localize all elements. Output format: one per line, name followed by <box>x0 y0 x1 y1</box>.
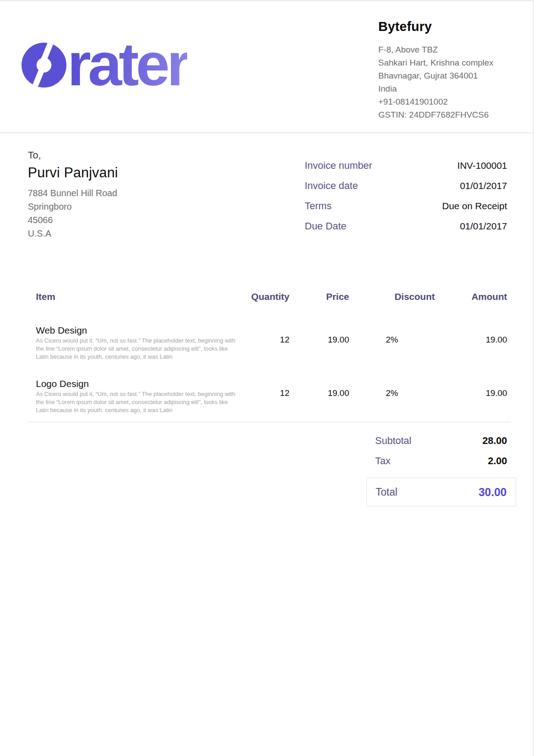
header-discount: Discount <box>349 291 435 303</box>
crater-logo-wordmark: rater <box>67 37 187 91</box>
subtotal-row: Subtotal 28.00 <box>366 434 516 448</box>
company-gstin: GSTIN: 24DDF7682FHVCS6 <box>378 108 526 121</box>
tax-value: 2.00 <box>488 455 507 467</box>
subtotal-value: 28.00 <box>482 435 507 447</box>
item-name: Logo Design <box>36 378 243 389</box>
item-cell: Logo Design As Cicero would put it, “Um,… <box>28 378 243 414</box>
header-quantity: Quantity <box>243 291 289 303</box>
item-price: 19.00 <box>289 378 349 414</box>
terms-row: Terms Due on Receipt <box>305 200 507 220</box>
invoice-date-row: Invoice date 01/01/2017 <box>305 180 507 200</box>
company-phone: +91-08141901002 <box>378 95 526 108</box>
item-description: As Cicero would put it, “Um, not so fast… <box>36 337 239 361</box>
header-price: Price <box>289 291 349 303</box>
total-box: Total 30.00 <box>366 478 516 506</box>
item-quantity: 12 <box>243 325 289 361</box>
item-price: 19.00 <box>289 325 349 361</box>
item-discount: 2% <box>349 325 435 361</box>
invoice-number-value: INV-100001 <box>457 160 507 171</box>
customer-address-line: U.S.A <box>28 227 216 240</box>
invoice-date-label: Invoice date <box>305 180 358 192</box>
item-amount: 19.00 <box>435 378 511 414</box>
due-date-value: 01/01/2017 <box>460 221 507 232</box>
header-divider <box>0 132 533 133</box>
item-quantity: 12 <box>243 378 289 414</box>
tax-row: Tax 2.00 <box>366 454 516 468</box>
total-value: 30.00 <box>478 486 507 499</box>
customer-address-line: Springboro <box>28 200 216 213</box>
table-row: Logo Design As Cicero would put it, “Um,… <box>28 378 511 414</box>
items-table-header: Item Quantity Price Discount Amount <box>28 291 511 303</box>
item-description: As Cicero would put it, “Um, not so fast… <box>36 390 239 414</box>
to-label: To, <box>28 149 216 161</box>
company-address-line: Sahkari Hart, Krishna complex <box>378 56 526 69</box>
customer-address-line: 7884 Bunnel Hill Road <box>28 186 216 200</box>
customer-address-line: 45066 <box>28 213 216 227</box>
terms-value: Due on Receipt <box>442 201 507 211</box>
crater-logo-icon <box>22 43 66 88</box>
item-name: Web Design <box>36 325 243 336</box>
customer-name: Purvi Panjvani <box>28 165 216 181</box>
company-name: Bytefury <box>378 19 526 34</box>
tax-label: Tax <box>375 455 390 467</box>
invoice-meta: Invoice number INV-100001 Invoice date 0… <box>305 160 507 241</box>
due-date-label: Due Date <box>305 220 346 232</box>
terms-label: Terms <box>305 200 332 212</box>
due-date-row: Due Date 01/01/2017 <box>305 220 507 241</box>
company-address-line: Bhavnagar, Gujrat 364001 <box>378 69 526 82</box>
company-address-line: India <box>378 82 526 95</box>
company-address-line: F-8, Above TBZ <box>378 43 526 56</box>
item-amount: 19.00 <box>435 325 511 361</box>
header-item: Item <box>28 291 243 303</box>
total-label: Total <box>376 486 398 498</box>
item-discount: 2% <box>349 378 435 414</box>
table-divider <box>28 422 511 422</box>
item-cell: Web Design As Cicero would put it, “Um, … <box>28 325 243 361</box>
table-row: Web Design As Cicero would put it, “Um, … <box>28 325 511 361</box>
bill-to-section: To, Purvi Panjvani 7884 Bunnel Hill Road… <box>28 149 216 240</box>
invoice-page: rater Bytefury F-8, Above TBZ Sahkari Ha… <box>0 0 534 756</box>
invoice-number-label: Invoice number <box>305 160 372 171</box>
subtotal-label: Subtotal <box>375 435 411 447</box>
header-amount: Amount <box>435 291 511 303</box>
company-info: Bytefury F-8, Above TBZ Sahkari Hart, Kr… <box>378 19 526 121</box>
invoice-number-row: Invoice number INV-100001 <box>305 160 507 180</box>
invoice-date-value: 01/01/2017 <box>460 180 507 191</box>
items-table: Item Quantity Price Discount Amount Web … <box>28 291 511 422</box>
